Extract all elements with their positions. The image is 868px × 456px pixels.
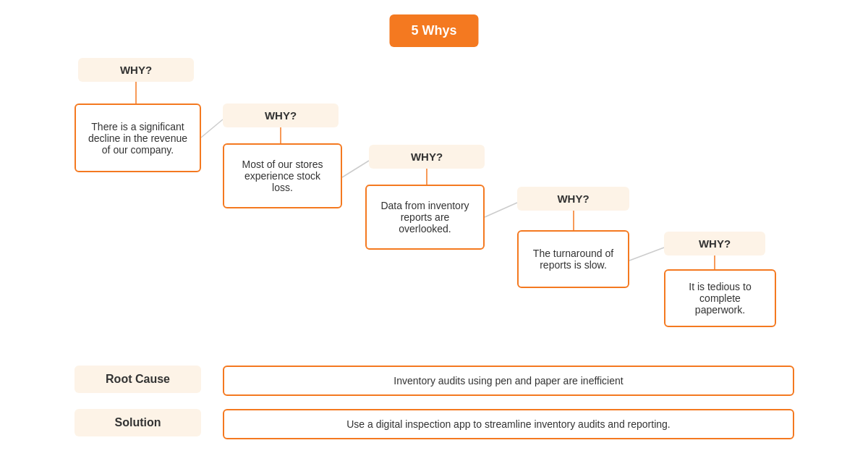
content-box-box2: Most of our stores experience stock loss… — [223, 143, 342, 208]
svg-line-1 — [201, 119, 223, 138]
title-button: 5 Whys — [389, 14, 478, 47]
page-container: 5 Whys WHY?WHY?WHY?WHY?WHY? There is a s… — [0, 0, 868, 456]
root-cause-label: Root Cause — [75, 366, 201, 393]
why-label-why5: WHY? — [664, 232, 765, 256]
why-label-why1: WHY? — [78, 58, 194, 82]
content-box-box1: There is a significant decline in the re… — [75, 104, 201, 172]
svg-line-5 — [485, 203, 517, 217]
solution-label: Solution — [75, 409, 201, 436]
content-box-box4: The turnaround of reports is slow. — [517, 230, 629, 288]
why-label-why3: WHY? — [369, 145, 485, 169]
root-cause-content: Inventory audits using pen and paper are… — [223, 366, 794, 396]
solution-content: Use a digital inspection app to streamli… — [223, 409, 794, 439]
svg-line-3 — [342, 161, 369, 177]
why-label-why4: WHY? — [517, 187, 629, 211]
svg-line-7 — [629, 248, 664, 261]
why-label-why2: WHY? — [223, 104, 339, 127]
content-box-box5: It is tedious to complete paperwork. — [664, 269, 776, 327]
content-box-box3: Data from inventory reports are overlook… — [365, 185, 485, 250]
